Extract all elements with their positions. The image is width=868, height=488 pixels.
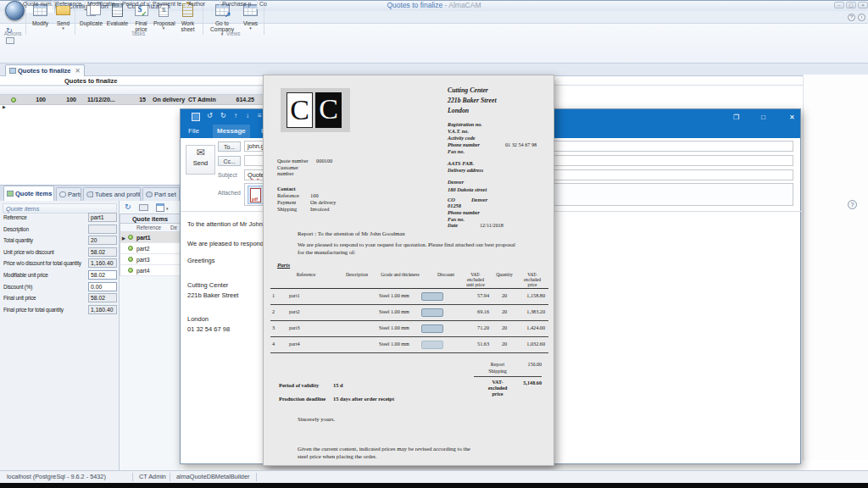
pdf-col: Discount [433, 272, 459, 277]
col-purchase[interactable]: Purchase p... [220, 0, 257, 9]
pdf-col: Grade and thickness [379, 272, 421, 277]
move-down-icon[interactable]: ↓ [246, 112, 249, 120]
col-period[interactable]: Period of v... [120, 0, 150, 9]
total-quantity-field[interactable]: 20 [88, 236, 117, 245]
description-field[interactable] [88, 225, 117, 234]
cell-author: CT Admin [188, 95, 216, 105]
list-item[interactable]: part2 [120, 243, 181, 254]
pdf-shipping-label: Shipping [277, 206, 297, 212]
cell-modification: 11/12/20... [87, 95, 115, 105]
to-button[interactable]: To... [218, 141, 241, 152]
maximize-button[interactable]: ▢ [846, 2, 856, 8]
modifiable-unit-price-field[interactable]: 58.02 [88, 270, 117, 280]
col-co[interactable]: Co [257, 0, 283, 9]
doctab-quotes-to-finalize[interactable]: Quotes to finalize ✕ [5, 64, 85, 76]
qat-menu-icon[interactable]: ≡ [258, 112, 262, 120]
move-up-icon[interactable]: ↑ [234, 112, 237, 120]
pdf-validity-label: Period of validity [279, 382, 319, 388]
pdf-table-header: Reference Description Grade and thicknes… [270, 270, 548, 289]
pdf-table-row: 1 part1 Steel 1.00 mm 57.94 20 1,158.80 [270, 289, 548, 305]
panel-tab-tubes[interactable]: Tubes and profiles [83, 187, 141, 201]
pdf-meta-label: Activity code [448, 135, 475, 141]
grid-header-row [0, 86, 283, 95]
panel-tab-parts[interactable]: Parts [56, 187, 81, 201]
pdf-company-street: 221b Baker Street [448, 97, 497, 104]
list-item[interactable]: part3 [120, 254, 181, 265]
col-payment[interactable]: Payment te... [150, 0, 186, 9]
app-logo-orb-icon[interactable] [5, 1, 25, 20]
refresh-list-icon[interactable]: ↻ [125, 202, 131, 212]
pdf-recipient-phone-label: Phone number [448, 209, 480, 215]
pdf-cell-qty: 20 [494, 292, 515, 298]
final-unit-price-field[interactable]: 58.02 [88, 293, 117, 302]
totals-divider [474, 376, 542, 377]
final-price-total-field[interactable]: 1,160.40 [88, 305, 117, 314]
email-tab-file[interactable]: File [184, 125, 203, 138]
refresh-action-icon[interactable]: ↻ [6, 26, 13, 35]
close-button[interactable]: × [858, 2, 868, 8]
pdf-deadline-label: Production deadline [279, 396, 326, 402]
list-col-reference[interactable]: Reference [136, 225, 161, 230]
pdf-quote-number: 000100 [316, 158, 332, 164]
print-icon[interactable] [139, 204, 148, 211]
pdf-preview-window[interactable]: C C Cutting Center 221b Baker Street Lon… [263, 75, 554, 466]
panel-tab-part-set[interactable]: Part set [142, 187, 180, 201]
doctab-close-icon[interactable]: ✕ [75, 67, 81, 75]
pdf-recipient-city: Denver [448, 179, 464, 185]
email-body-line: Cutting Center [187, 281, 228, 289]
pdf-intro-line2: for the manufacturing of: [298, 249, 356, 255]
pdf-cell-ref: part3 [289, 324, 300, 330]
cc-button[interactable]: Cc... [218, 156, 241, 166]
col-quote-num[interactable]: Quote num... [20, 0, 53, 9]
pdf-payment-value: On delivery [310, 199, 336, 205]
help-icon[interactable]: ? [848, 14, 855, 21]
columns-caret-icon[interactable]: ▾ [166, 206, 169, 211]
send-dropdown-caret-icon[interactable] [53, 26, 74, 30]
minimize-button[interactable]: – [834, 2, 844, 8]
email-close-icon[interactable]: ✕ [789, 114, 795, 121]
unit-price-field[interactable]: 58.02 [88, 247, 117, 257]
pdf-reference-value: 100 [310, 192, 319, 198]
pdf-delivery-label: Delivery address [448, 167, 483, 173]
proposal-dropdown-caret-icon[interactable] [153, 26, 174, 30]
col-reference[interactable]: Reference [53, 0, 85, 9]
col-modification[interactable]: Modificatio... [85, 0, 120, 9]
panel-tab-quote-items[interactable]: Quote items [3, 186, 54, 201]
views-caret-icon[interactable] [240, 26, 261, 30]
list-col-description[interactable]: De [170, 225, 177, 230]
doctab-icon [9, 68, 16, 74]
discount-field[interactable]: 0.00 [88, 282, 117, 291]
part-set-tab-icon [146, 191, 153, 197]
save-icon[interactable] [192, 113, 200, 121]
logo-letter-right: C [315, 92, 342, 128]
pdf-cell-ref: part1 [289, 292, 300, 298]
evaluate-label: Evaluate [105, 20, 130, 26]
export-action-icon[interactable] [6, 37, 14, 44]
undo-icon[interactable]: ↺ [207, 112, 213, 120]
pdf-payment-label: Payment [277, 199, 296, 205]
grid-group-title: Quotes to finalize [64, 77, 118, 85]
list-item[interactable]: part4 [120, 265, 181, 276]
pdf-cell-num: 4 [272, 341, 275, 347]
email-restore-icon[interactable]: ❐ [733, 114, 739, 121]
help-circle-icon[interactable]: ? [848, 200, 857, 209]
col-author[interactable]: Author [186, 0, 220, 9]
reference-field[interactable]: part1 [88, 213, 117, 222]
panel-tab-quote-items-label: Quote items [15, 190, 52, 197]
email-send-button[interactable]: ✉ Send [186, 145, 215, 175]
list-item[interactable]: part1 [120, 232, 181, 243]
email-maximize-icon[interactable]: □ [761, 114, 765, 121]
pdf-date-value: 12/11/2018 [480, 222, 504, 228]
cell-quote-num: 100 [20, 95, 46, 105]
redo-icon[interactable]: ↻ [220, 112, 226, 120]
email-tab-message[interactable]: Message [213, 125, 250, 138]
status-database-name: almaQuoteDBMetalBuilder [176, 471, 249, 483]
pdf-meta-label: V.A.T. no. [448, 128, 469, 134]
pdf-cell-price: 1,158.80 [515, 292, 545, 298]
pdf-recipient-fax-label: Fax no. [448, 216, 465, 222]
price-total-field[interactable]: 1,160.40 [88, 258, 117, 268]
info-icon[interactable]: i [858, 14, 865, 21]
columns-icon[interactable] [156, 203, 164, 212]
pdf-cell-num: 2 [272, 308, 275, 314]
pdf-customer-label2: number [277, 170, 294, 176]
